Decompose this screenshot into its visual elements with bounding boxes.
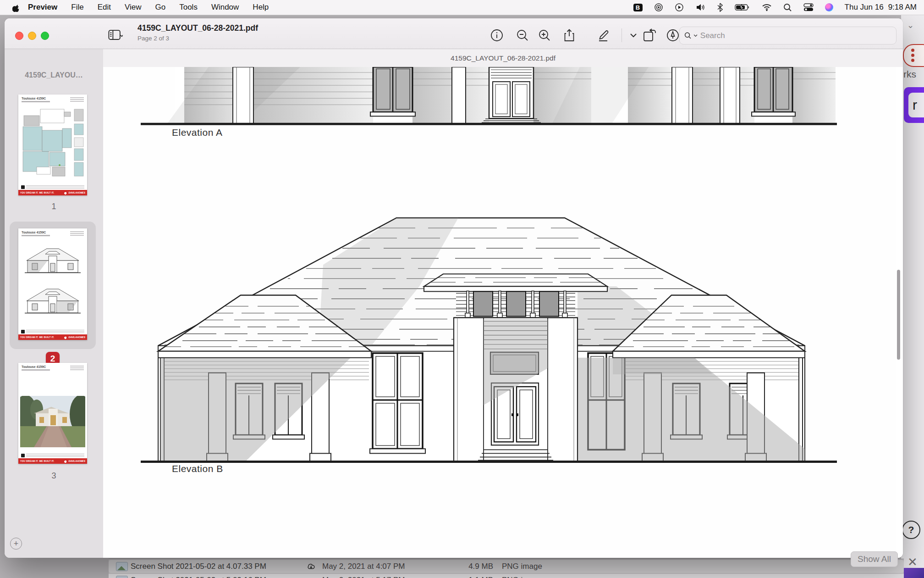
file-kind: PNG image	[502, 576, 542, 578]
chevron-down-icon[interactable]	[626, 28, 641, 43]
play-icon[interactable]	[675, 3, 684, 12]
control-center-icon[interactable]	[803, 3, 814, 12]
background-button-fragment[interactable]: r	[908, 93, 924, 117]
page-thumbnail-3[interactable]: Toulouse 4159C	[18, 363, 87, 464]
file-thumbnail-icon	[116, 562, 128, 571]
share-icon[interactable]	[562, 28, 577, 43]
search-chevron-icon	[693, 34, 698, 37]
elevation-b-label: Elevation B	[172, 463, 223, 474]
builder-logo-icon	[64, 336, 67, 339]
toolbar-divider	[622, 28, 622, 42]
spotlight-icon[interactable]	[783, 3, 792, 12]
zoom-out-icon[interactable]	[515, 28, 530, 43]
minimize-window-button[interactable]	[28, 32, 36, 40]
menu-help[interactable]: Help	[246, 3, 275, 12]
banner-brand: DAVILAHOMES	[68, 460, 85, 462]
equal-housing-icon	[21, 185, 25, 189]
vertical-scrollbar[interactable]	[897, 270, 900, 360]
finder-row[interactable]: Screen Shot 2021-05-02 at 4.07.33 PM May…	[109, 560, 904, 573]
pdf-page[interactable]: Elevation A Elevation B	[103, 67, 896, 558]
search-icon	[684, 32, 692, 39]
zoom-window-button[interactable]	[41, 32, 49, 40]
markup-circle-icon[interactable]	[666, 28, 680, 43]
desktop: Preview File Edit View Go Tools Window H…	[0, 0, 924, 578]
page-number-3: 3	[5, 471, 103, 481]
banner-brand: DAVILAHOMES	[68, 336, 85, 339]
file-size: 1.1 MB	[458, 576, 493, 578]
menu-file[interactable]: File	[64, 3, 90, 12]
finder-row[interactable]: Screen Shot 2021-05-02 at 5.09.16 PM May…	[109, 574, 904, 578]
markup-pen-icon[interactable]	[596, 28, 610, 43]
bluetooth-icon[interactable]	[717, 3, 723, 12]
finder-window: Screen Shot 2021-05-02 at 4.07.33 PM May…	[109, 559, 904, 578]
file-size: 4.9 MB	[458, 562, 493, 571]
help-button[interactable]: ?	[902, 521, 920, 539]
rotate-icon[interactable]	[643, 28, 657, 43]
elevations-art	[20, 242, 85, 320]
floor-plan-art	[20, 106, 85, 179]
close-icon[interactable]: ✕	[908, 555, 918, 569]
file-kind: PNG image	[502, 562, 542, 571]
background-window: ⌄ rks r ? ✕	[901, 15, 924, 578]
app-b-icon[interactable]: B	[633, 3, 643, 12]
page-indicator: Page 2 of 3	[138, 35, 258, 42]
preview-window: 4159C_LAYOUT_06-28-2021.pdf Page 2 of 3	[5, 18, 903, 558]
background-bookmarks-fragment: rks	[903, 69, 916, 80]
window-title-block: 4159C_LAYOUT_06-28-2021.pdf Page 2 of 3	[138, 23, 258, 42]
wifi-icon[interactable]	[762, 3, 772, 12]
background-more-button[interactable]	[903, 44, 924, 67]
search-input[interactable]	[699, 31, 891, 41]
file-name: Screen Shot 2021-05-02 at 4.07.33 PM	[131, 562, 266, 571]
apple-menu-icon[interactable]	[12, 3, 19, 12]
zoom-in-icon[interactable]	[537, 28, 552, 43]
menu-app-name[interactable]: Preview	[21, 3, 64, 12]
background-focused-control[interactable]: r	[904, 87, 924, 123]
house-photo-art	[20, 396, 85, 447]
menu-edit[interactable]: Edit	[91, 3, 118, 12]
add-page-button[interactable]: +	[10, 538, 22, 550]
info-icon[interactable]	[490, 28, 504, 43]
pdf-content-area: 4159C_LAYOUT_06-28-2021.pdf	[103, 49, 903, 558]
menu-go[interactable]: Go	[148, 3, 173, 12]
sidebar-toggle-icon[interactable]	[108, 28, 123, 43]
builder-logo-icon	[64, 191, 67, 195]
banner-slogan: YOU DREAM IT. WE BUILT IT.	[20, 336, 54, 339]
screen-mirroring-icon[interactable]	[654, 3, 663, 12]
builder-banner: YOU DREAM IT. WE BUILT IT. DAVILAHOMES	[18, 334, 87, 340]
equal-housing-icon	[21, 454, 25, 457]
file-date: May 2, 2021 at 5:17 PM	[322, 576, 405, 578]
banner-slogan: YOU DREAM IT. WE BUILT IT.	[20, 191, 54, 194]
equal-housing-icon	[21, 330, 25, 333]
builder-banner: YOU DREAM IT. WE BUILT IT. DAVILAHOMES	[18, 190, 87, 195]
file-name: Screen Shot 2021-05-02 at 5.09.16 PM	[131, 576, 266, 578]
clock-time: 9:18 AM	[888, 3, 917, 12]
pdf-content-header: 4159C_LAYOUT_06-28-2021.pdf	[103, 49, 903, 67]
elevation-drawings	[103, 67, 896, 558]
background-chevron-down-icon[interactable]: ⌄	[907, 20, 914, 30]
show-all-button[interactable]: Show All	[851, 551, 898, 567]
file-thumbnail-icon	[116, 576, 128, 578]
menu-view[interactable]: View	[118, 3, 148, 12]
window-title: 4159C_LAYOUT_06-28-2021.pdf	[138, 23, 258, 33]
clock-date: Thu Jun 16	[845, 3, 884, 12]
page-number-1: 1	[5, 202, 103, 211]
siri-icon[interactable]	[825, 3, 833, 11]
banner-slogan: YOU DREAM IT. WE BUILT IT.	[20, 460, 54, 462]
volume-icon[interactable]	[695, 3, 705, 12]
banner-brand: DAVILAHOMES	[68, 191, 85, 194]
icloud-download-icon[interactable]	[306, 562, 317, 571]
search-field[interactable]	[679, 27, 896, 44]
elevation-a-label: Elevation A	[172, 127, 223, 138]
menu-bar: Preview File Edit View Go Tools Window H…	[0, 0, 924, 15]
sidebar-document-title: 4159C_LAYOU…	[5, 71, 103, 79]
menu-tools[interactable]: Tools	[172, 3, 204, 12]
menu-window[interactable]: Window	[204, 3, 246, 12]
menu-bar-clock[interactable]: Thu Jun 16 9:18 AM	[845, 3, 917, 12]
builder-banner: YOU DREAM IT. WE BUILT IT. DAVILAHOMES	[18, 458, 87, 464]
close-window-button[interactable]	[15, 32, 23, 40]
thumbnail-sidebar: 4159C_LAYOU… Toulouse 4159C	[5, 49, 104, 558]
page-thumbnail-2[interactable]: Toulouse 4159C	[18, 228, 87, 340]
file-date: May 2, 2021 at 4:07 PM	[322, 562, 405, 571]
battery-charging-icon[interactable]	[735, 3, 750, 12]
page-thumbnail-1[interactable]: Toulouse 4159C	[18, 94, 87, 195]
